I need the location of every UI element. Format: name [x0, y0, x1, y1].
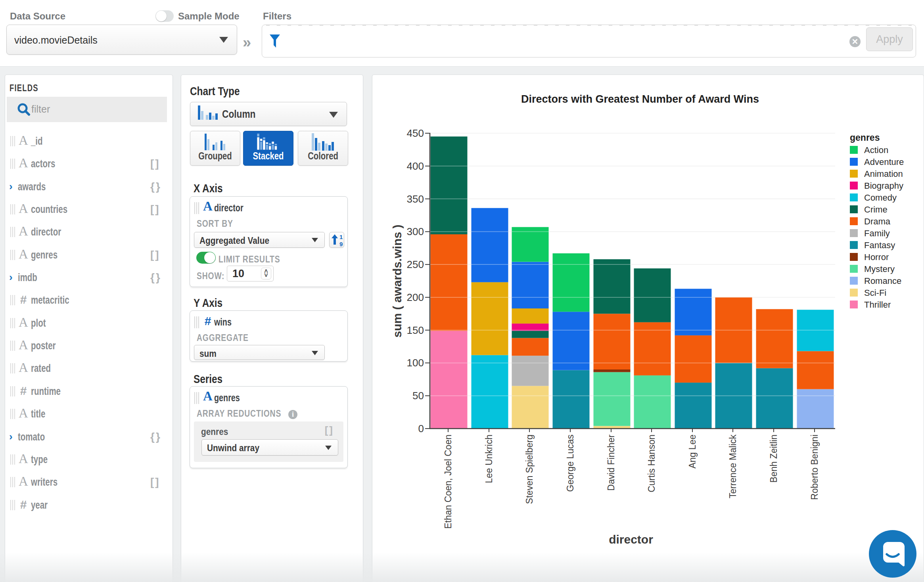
svg-text:Steven Spielberg: Steven Spielberg — [524, 435, 535, 504]
svg-text:350: 350 — [407, 193, 424, 205]
svg-text:400: 400 — [407, 160, 424, 172]
svg-text:Curtis Hanson: Curtis Hanson — [646, 435, 657, 492]
svg-text:200: 200 — [407, 291, 424, 303]
svg-text:Roberto Benigni: Roberto Benigni — [809, 435, 820, 500]
svg-text:Crime: Crime — [864, 205, 888, 214]
svg-text:genres: genres — [850, 132, 880, 143]
svg-text:Ethan Coen, Joel Coen: Ethan Coen, Joel Coen — [443, 435, 453, 529]
svg-text:Comedy: Comedy — [864, 193, 897, 203]
svg-text:Family: Family — [864, 228, 890, 238]
svg-text:Action: Action — [864, 145, 888, 155]
svg-text:100: 100 — [407, 357, 424, 369]
svg-text:Adventure: Adventure — [864, 157, 904, 167]
svg-text:Thriller: Thriller — [864, 300, 891, 310]
svg-text:director: director — [609, 533, 653, 546]
svg-text:Biography: Biography — [864, 181, 903, 191]
svg-text:9: 9 — [339, 241, 343, 247]
svg-text:Benh Zeitlin: Benh Zeitlin — [769, 435, 779, 482]
svg-text:George Lucas: George Lucas — [565, 435, 575, 492]
svg-text:Animation: Animation — [864, 169, 903, 179]
svg-text:250: 250 — [407, 258, 424, 270]
svg-text:Ang Lee: Ang Lee — [687, 435, 698, 469]
svg-text:0: 0 — [418, 423, 424, 435]
svg-text:1: 1 — [339, 234, 343, 240]
svg-text:Drama: Drama — [864, 216, 891, 226]
svg-text:Fantasy: Fantasy — [864, 240, 895, 250]
svg-text:Lee Unkrich: Lee Unkrich — [484, 435, 494, 483]
svg-text:450: 450 — [407, 127, 424, 139]
svg-text:Romance: Romance — [864, 276, 901, 286]
svg-text:Terrence Malick: Terrence Malick — [728, 435, 738, 499]
svg-text:Horror: Horror — [864, 252, 889, 262]
svg-text:300: 300 — [407, 226, 424, 237]
svg-text:Mystery: Mystery — [864, 264, 895, 274]
svg-text:Sci-Fi: Sci-Fi — [864, 288, 886, 298]
svg-text:sum ( awards.wins ): sum ( awards.wins ) — [391, 224, 404, 337]
svg-text:50: 50 — [412, 390, 424, 402]
svg-text:David Fincher: David Fincher — [606, 435, 616, 491]
svg-text:150: 150 — [407, 324, 424, 336]
